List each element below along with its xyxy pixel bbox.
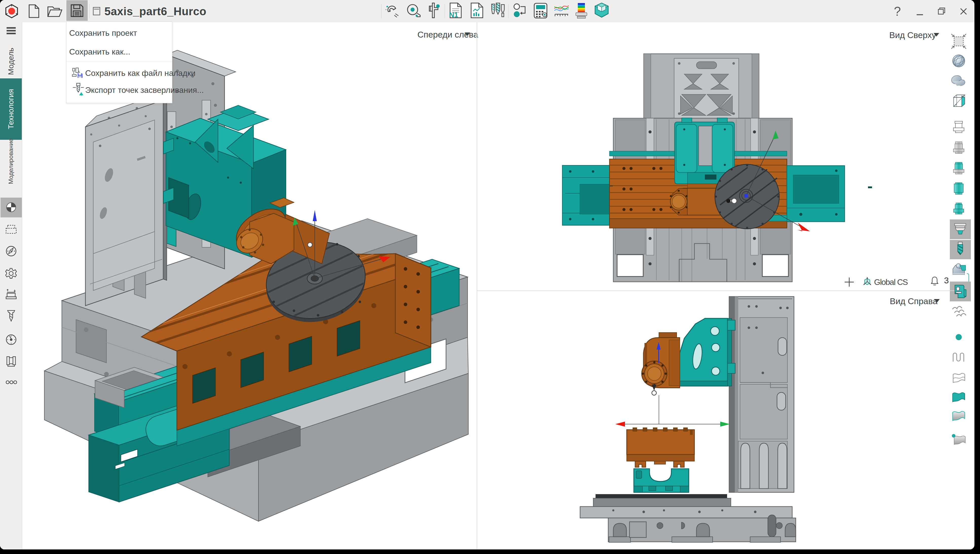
- svg-text:N1: N1: [449, 11, 458, 18]
